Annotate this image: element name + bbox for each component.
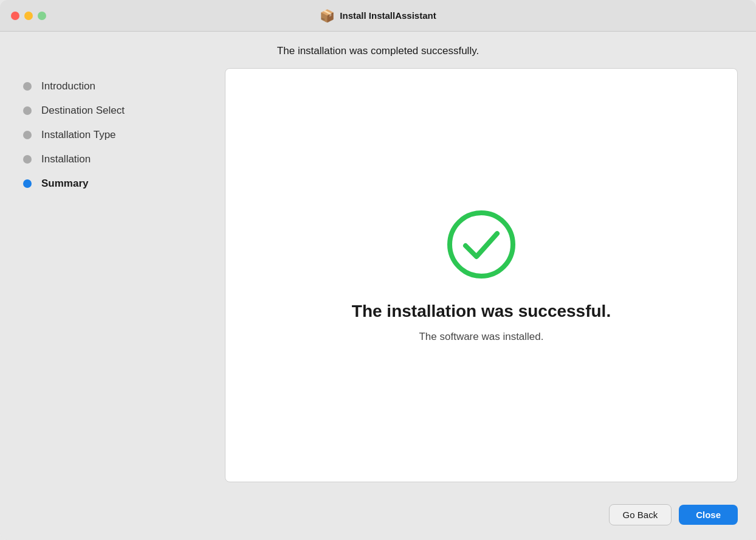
bottom-bar: Go Back Close bbox=[0, 494, 756, 540]
sidebar-item-destination-select[interactable]: Destination Select bbox=[18, 99, 225, 123]
body-area: Introduction Destination Select Installa… bbox=[0, 68, 756, 494]
sidebar-item-summary[interactable]: Summary bbox=[18, 171, 225, 196]
sidebar-dot-installation-type bbox=[23, 131, 32, 139]
close-window-button[interactable] bbox=[11, 12, 19, 20]
sidebar-item-introduction[interactable]: Introduction bbox=[18, 74, 225, 99]
status-message: The installation was completed successfu… bbox=[277, 45, 479, 57]
maximize-window-button[interactable] bbox=[38, 12, 46, 20]
close-button[interactable]: Close bbox=[679, 505, 738, 525]
sidebar-item-installation-type[interactable]: Installation Type bbox=[18, 123, 225, 147]
main-content: The installation was completed successfu… bbox=[0, 32, 756, 540]
window-title-text: Install InstallAssistant bbox=[340, 10, 436, 21]
sidebar-dot-installation bbox=[23, 155, 32, 164]
svg-point-0 bbox=[450, 213, 513, 276]
sidebar-label-installation: Installation bbox=[41, 153, 91, 165]
minimize-window-button[interactable] bbox=[24, 12, 33, 20]
success-subtitle: The software was installed. bbox=[419, 331, 543, 343]
sidebar-label-destination-select: Destination Select bbox=[41, 105, 125, 117]
sidebar-label-summary: Summary bbox=[41, 178, 88, 190]
app-icon: 📦 bbox=[320, 9, 335, 23]
sidebar-label-installation-type: Installation Type bbox=[41, 129, 116, 141]
window-controls[interactable] bbox=[11, 12, 46, 20]
sidebar-label-introduction: Introduction bbox=[41, 80, 95, 92]
success-icon-container bbox=[445, 208, 518, 283]
sidebar-dot-destination-select bbox=[23, 106, 32, 115]
content-panel: The installation was successful. The sof… bbox=[225, 68, 738, 482]
go-back-button[interactable]: Go Back bbox=[609, 504, 672, 525]
sidebar: Introduction Destination Select Installa… bbox=[18, 68, 225, 494]
sidebar-dot-summary bbox=[23, 179, 32, 188]
title-bar: 📦 Install InstallAssistant bbox=[0, 0, 756, 32]
window-title: 📦 Install InstallAssistant bbox=[320, 9, 436, 23]
status-bar: The installation was completed successfu… bbox=[0, 32, 756, 68]
success-title: The installation was successful. bbox=[352, 302, 611, 321]
success-checkmark-icon bbox=[445, 208, 518, 281]
sidebar-item-installation[interactable]: Installation bbox=[18, 147, 225, 171]
sidebar-dot-introduction bbox=[23, 82, 32, 91]
